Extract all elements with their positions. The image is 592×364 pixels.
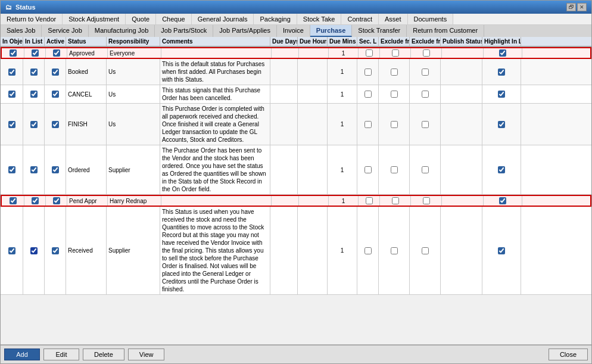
- col-due-mins: Due Mins: [328, 37, 357, 46]
- checkbox-excl2-0[interactable]: [423, 49, 430, 57]
- checkbox-hl-1[interactable]: [498, 69, 505, 76]
- cell-in-object-0: [2, 48, 24, 58]
- tab-stock-transfer[interactable]: Stock Transfer: [352, 25, 407, 37]
- cell-comments-0: [161, 48, 272, 58]
- checkbox-secl-2[interactable]: [364, 91, 372, 98]
- add-button[interactable]: Add: [4, 349, 40, 360]
- return-to-vendor-btn[interactable]: Return to Vendor: [1, 14, 63, 24]
- checkbox-in-list-5[interactable]: [32, 197, 39, 204]
- checkbox-excl1-4[interactable]: [391, 166, 398, 173]
- checkbox-excl1-0[interactable]: [392, 49, 399, 57]
- cell-active-4: [45, 145, 66, 194]
- checkbox-in-object-3[interactable]: [8, 121, 15, 128]
- tab-service-job[interactable]: Service Job: [42, 25, 88, 37]
- checkbox-in-list-4[interactable]: [30, 166, 38, 173]
- checkbox-hl-6[interactable]: [498, 247, 505, 254]
- stock-take-btn[interactable]: Stock Take: [297, 14, 342, 24]
- checkbox-in-object-5[interactable]: [10, 197, 17, 204]
- checkbox-hl-3[interactable]: [498, 121, 505, 128]
- checkbox-active-0[interactable]: [53, 49, 60, 57]
- checkbox-excl2-3[interactable]: [422, 121, 429, 128]
- cell-resp-0: Everyone: [108, 48, 161, 58]
- cell-ddays-2: [270, 85, 298, 103]
- checkbox-excl1-1[interactable]: [391, 69, 398, 76]
- contract-btn[interactable]: Contract: [341, 14, 379, 24]
- general-journals-btn[interactable]: General Journals: [192, 14, 254, 24]
- cheque-btn[interactable]: Cheque: [156, 14, 192, 24]
- edit-button[interactable]: Edit: [43, 349, 79, 360]
- cell-secl-3: [357, 104, 379, 145]
- tab-job-parts-stock[interactable]: Job Parts/Stock: [155, 25, 213, 37]
- tab-invoice[interactable]: Invoice: [277, 25, 310, 37]
- cell-dhours-0: [299, 48, 329, 58]
- checkbox-hl-2[interactable]: [498, 91, 505, 98]
- cell-pub-5: [442, 196, 484, 206]
- title-bar: 🗂 Status 🗗 ✕: [1, 1, 591, 14]
- checkbox-hl-5[interactable]: [499, 197, 506, 204]
- checkbox-active-3[interactable]: [52, 121, 59, 128]
- restore-button[interactable]: 🗗: [566, 3, 576, 11]
- cell-pub-6: [441, 207, 482, 294]
- checkbox-active-4[interactable]: [52, 166, 59, 173]
- tab-manufacturing-job[interactable]: Manufacturing Job: [89, 25, 155, 37]
- cell-dmins-0: 1: [329, 48, 359, 58]
- checkbox-in-list-6[interactable]: [30, 247, 38, 254]
- cell-excl1-5: [380, 196, 411, 206]
- checkbox-active-6[interactable]: [52, 247, 59, 254]
- checkbox-excl2-2[interactable]: [422, 91, 429, 98]
- checkbox-in-list-3[interactable]: [30, 121, 38, 128]
- close-button[interactable]: Close: [549, 349, 588, 360]
- checkbox-secl-4[interactable]: [364, 166, 372, 173]
- window-title: Status: [15, 4, 36, 11]
- cell-excl1-6: [379, 207, 410, 294]
- checkbox-excl1-2[interactable]: [391, 91, 398, 98]
- checkbox-excl1-6[interactable]: [391, 247, 398, 254]
- checkbox-active-5[interactable]: [53, 197, 60, 204]
- checkbox-secl-6[interactable]: [364, 247, 372, 254]
- cell-hl-1: [482, 59, 521, 85]
- packaging-btn[interactable]: Packaging: [254, 14, 297, 24]
- quote-btn[interactable]: Quote: [126, 14, 156, 24]
- checkbox-in-object-6[interactable]: [8, 247, 15, 254]
- col-status: Status: [66, 37, 107, 46]
- cell-status-1: Booked: [66, 59, 107, 85]
- cell-ddays-5: [272, 196, 299, 206]
- view-button[interactable]: View: [128, 349, 165, 360]
- checkbox-in-list-0[interactable]: [32, 49, 39, 57]
- tab-job-parts-applies[interactable]: Job Parts/Applies: [213, 25, 277, 37]
- checkbox-secl-5[interactable]: [366, 197, 373, 204]
- asset-btn[interactable]: Asset: [379, 14, 408, 24]
- checkbox-secl-1[interactable]: [364, 69, 372, 76]
- checkbox-hl-0[interactable]: [499, 49, 506, 57]
- checkbox-in-object-1[interactable]: [8, 69, 15, 76]
- cell-comments-4: The Purchase Order has been sent to the …: [160, 145, 270, 194]
- checkbox-excl1-5[interactable]: [392, 197, 399, 204]
- checkbox-excl2-4[interactable]: [422, 166, 429, 173]
- checkbox-in-list-2[interactable]: [30, 91, 38, 98]
- close-button[interactable]: ✕: [577, 3, 587, 11]
- checkbox-hl-4[interactable]: [498, 166, 505, 173]
- stock-adjustment-btn[interactable]: Stock Adjustment: [63, 14, 126, 24]
- checkbox-active-1[interactable]: [52, 69, 59, 76]
- cell-active-3: [45, 104, 66, 145]
- checkbox-in-object-2[interactable]: [8, 91, 15, 98]
- tab-purchase[interactable]: Purchase: [310, 25, 353, 37]
- checkbox-excl1-3[interactable]: [391, 121, 398, 128]
- checkbox-secl-3[interactable]: [364, 121, 372, 128]
- col-exclude-from-1: Exclude from: [379, 37, 410, 46]
- documents-btn[interactable]: Documents: [408, 14, 454, 24]
- checkbox-secl-0[interactable]: [366, 49, 373, 57]
- checkbox-excl2-5[interactable]: [423, 197, 430, 204]
- checkbox-in-list-1[interactable]: [30, 69, 38, 76]
- checkbox-in-object-4[interactable]: [8, 166, 15, 173]
- tab-return-from-customer[interactable]: Return from Customer: [407, 25, 484, 37]
- cell-resp-5: Harry Rednap: [108, 196, 161, 206]
- checkbox-excl2-1[interactable]: [422, 69, 429, 76]
- checkbox-excl2-6[interactable]: [422, 247, 429, 254]
- cell-dmins-1: 1: [328, 59, 357, 85]
- tab-sales-job[interactable]: Sales Job: [1, 25, 42, 37]
- checkbox-in-object-0[interactable]: [10, 49, 17, 57]
- cell-secl-6: [357, 207, 379, 294]
- checkbox-active-2[interactable]: [52, 91, 59, 98]
- delete-button[interactable]: Delete: [83, 349, 124, 360]
